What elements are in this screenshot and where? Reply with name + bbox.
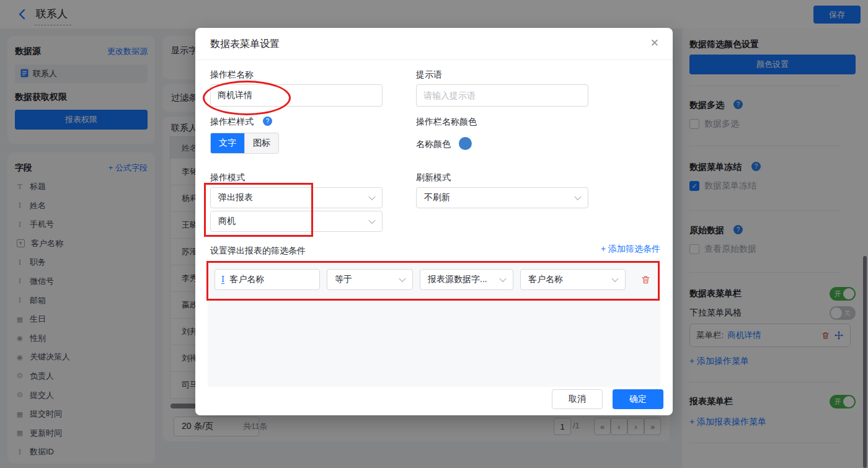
modal-header: 数据表菜单设置 ✕ [195, 28, 673, 60]
filter-value-value: 客户名称 [528, 274, 563, 285]
action-style-tabs: 文字 图标 [210, 133, 279, 154]
refresh-mode-label: 刷新模式 [416, 172, 451, 183]
popup-report-value: 商机 [218, 216, 236, 227]
filter-source-value: 报表源数据字... [428, 274, 487, 285]
action-style-label: 操作栏样式 [210, 117, 254, 128]
add-filter-link[interactable]: + 添加筛选条件 [601, 244, 660, 255]
popup-report-select[interactable]: 商机 [210, 211, 383, 232]
app-root: 联系人 保存 数据源 更改数据源 联系人 数据获取权限 报表权限 字段 + 公式… [0, 0, 868, 468]
filter-value-select[interactable]: 客户名称 [520, 269, 626, 290]
filter-operator-value: 等于 [335, 274, 352, 285]
action-name-input[interactable] [210, 84, 383, 107]
table-menu-settings-modal: 数据表菜单设置 ✕ 操作栏名称 提示语 操作栏样式 ? 文字 图标 操作栏名称颜… [195, 28, 673, 415]
filter-source-select[interactable]: 报表源数据字... [420, 269, 513, 290]
filter-operator-select[interactable]: 等于 [327, 269, 413, 290]
filter-conditions-area: I 客户名称 等于 报表源数据字... 客户名称 [208, 263, 660, 387]
action-mode-label: 操作模式 [210, 172, 245, 183]
filter-field-input[interactable]: I 客户名称 [215, 269, 320, 290]
refresh-mode-select[interactable]: 不刷新 [416, 187, 588, 208]
refresh-mode-value: 不刷新 [424, 192, 450, 203]
action-mode-value: 弹出报表 [218, 192, 253, 203]
filter-field-value: 客户名称 [229, 274, 264, 285]
help-icon[interactable]: ? [263, 117, 272, 126]
action-mode-select[interactable]: 弹出报表 [210, 187, 383, 208]
text-field-icon: I [221, 275, 224, 284]
modal-title: 数据表菜单设置 [210, 38, 280, 51]
action-name-label: 操作栏名称 [210, 69, 254, 81]
filter-section-title: 设置弹出报表的筛选条件 [210, 245, 306, 257]
tab-icon-style[interactable]: 图标 [244, 133, 278, 153]
cancel-button[interactable]: 取消 [552, 389, 603, 409]
name-color-label: 名称颜色 [416, 139, 451, 150]
tip-input[interactable] [416, 84, 588, 107]
name-color-swatch[interactable] [459, 137, 472, 150]
tip-label: 提示语 [416, 69, 442, 81]
delete-filter-icon[interactable] [640, 275, 650, 285]
name-color-section-label: 操作栏名称颜色 [416, 117, 477, 128]
close-icon[interactable]: ✕ [650, 37, 659, 50]
tab-text-style[interactable]: 文字 [211, 133, 244, 153]
confirm-button[interactable]: 确定 [613, 389, 663, 409]
